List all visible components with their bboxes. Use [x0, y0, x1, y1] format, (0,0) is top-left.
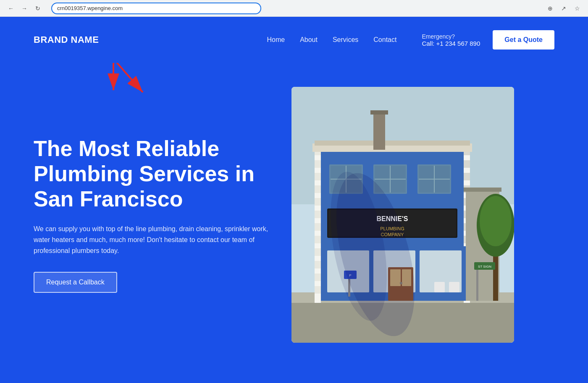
nav-item-services[interactable]: Services [333, 36, 358, 44]
browser-actions: ⊕ ↗ ☆ [544, 3, 583, 14]
hero-section: The Most Reliable Plumbing Services in S… [0, 63, 588, 383]
nav-link-contact[interactable]: Contact [373, 36, 396, 43]
svg-rect-72 [434, 282, 445, 292]
svg-rect-25 [464, 173, 470, 180]
navbar: BRAND NAME Home About Services Contact E… [0, 17, 588, 63]
svg-rect-24 [464, 160, 470, 168]
svg-marker-65 [464, 188, 501, 192]
svg-rect-38 [370, 110, 388, 115]
hero-image: BENNIE'S PLUMBING COMPANY [291, 87, 514, 343]
address-bar[interactable] [51, 3, 261, 14]
callback-button[interactable]: Request a Callback [34, 272, 117, 293]
svg-rect-15 [315, 198, 321, 206]
emergency-phone: Call: +1 234 567 890 [422, 40, 480, 47]
svg-rect-16 [315, 211, 321, 218]
emergency-info: Emergency? Call: +1 234 567 890 [422, 33, 480, 47]
hero-title: The Most Reliable Plumbing Services in S… [34, 136, 269, 211]
svg-rect-12 [315, 160, 321, 168]
svg-rect-13 [315, 173, 321, 180]
svg-rect-22 [315, 286, 321, 294]
nav-link-home[interactable]: Home [267, 36, 285, 43]
svg-rect-14 [315, 185, 321, 193]
svg-point-68 [480, 196, 512, 246]
hero-description: We can supply you with top of the line p… [34, 224, 269, 257]
address-bar-container [51, 3, 261, 14]
nav-item-about[interactable]: About [300, 36, 318, 44]
refresh-button[interactable]: ↻ [32, 3, 44, 14]
svg-rect-73 [449, 282, 459, 292]
emergency-label: Emergency? [422, 33, 480, 40]
nav-item-home[interactable]: Home [267, 36, 285, 44]
get-quote-button[interactable]: Get a Quote [493, 30, 554, 50]
back-button[interactable]: ← [5, 3, 17, 14]
browser-nav-buttons: ← → ↻ [5, 3, 44, 14]
svg-rect-17 [315, 223, 321, 231]
nav-link-about[interactable]: About [300, 36, 318, 43]
building-illustration: BENNIE'S PLUMBING COMPANY [291, 87, 514, 343]
browser-chrome: ← → ↻ ⊕ ↗ ☆ [0, 0, 588, 17]
svg-rect-18 [315, 236, 321, 243]
share-button[interactable]: ↗ [558, 3, 570, 14]
hero-image-container: BENNIE'S PLUMBING COMPANY [286, 87, 520, 343]
website: BRAND NAME Home About Services Contact E… [0, 17, 588, 383]
svg-text:ST SIGN: ST SIGN [478, 265, 491, 268]
hero-content: The Most Reliable Plumbing Services in S… [34, 136, 286, 293]
bookmark-button[interactable]: ☆ [571, 3, 583, 14]
nav-item-contact[interactable]: Contact [373, 36, 396, 44]
svg-rect-21 [315, 274, 321, 281]
svg-rect-20 [315, 261, 321, 268]
svg-rect-36 [315, 141, 470, 146]
svg-rect-19 [315, 248, 321, 256]
nav-links: Home About Services Contact [267, 36, 396, 44]
forward-button[interactable]: → [18, 3, 30, 14]
zoom-button[interactable]: ⊕ [544, 3, 556, 14]
nav-link-services[interactable]: Services [333, 36, 358, 43]
svg-rect-37 [373, 112, 385, 150]
brand-name: BRAND NAME [34, 34, 99, 45]
